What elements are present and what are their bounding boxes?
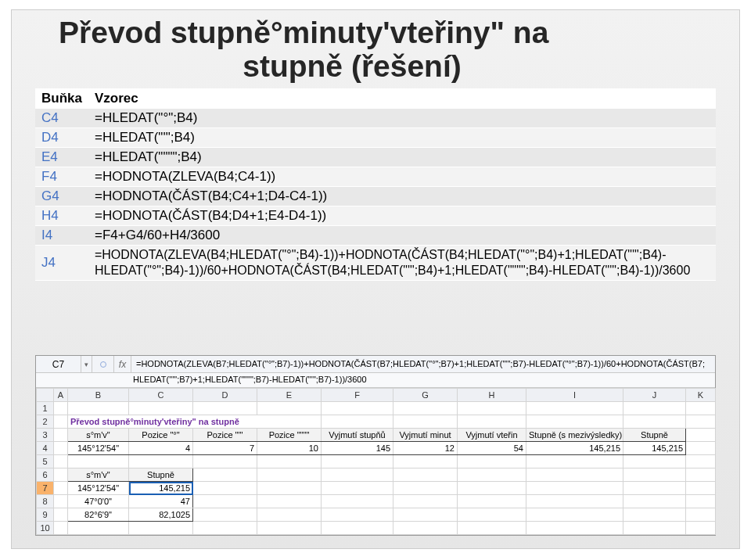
row-header[interactable]: 1 [37, 402, 54, 415]
row-header[interactable]: 10 [37, 522, 54, 535]
row-header[interactable]: 7 [37, 482, 54, 495]
col-header[interactable]: D [193, 389, 257, 402]
col-header[interactable]: E [257, 389, 322, 402]
slide-title: Převod stupně°minuty'vteřiny" na stupně … [12, 10, 739, 84]
col-header[interactable]: A [54, 389, 68, 402]
cell[interactable]: 82,1025 [129, 508, 193, 522]
table-row: 10 [37, 522, 716, 535]
slide: Převod stupně°minuty'vteřiny" na stupně … [11, 9, 740, 549]
col-header[interactable]: F [322, 389, 393, 402]
name-box-dropdown-icon[interactable]: ▾ [81, 356, 92, 372]
col-header[interactable]: I [526, 389, 623, 402]
def-formula: =HODNOTA(ČÁST(B4;C4+1;D4-C4-1)) [88, 186, 716, 206]
table-row: 3 s°m'v" Pozice "°" Pozice "'" Pozice ""… [37, 429, 716, 442]
table-row: 1 [37, 402, 716, 415]
def-cell: E4 [35, 147, 88, 167]
table-row: 7 145°12'54" 145,215 [37, 482, 716, 495]
cell[interactable]: 47 [129, 495, 193, 508]
def-cell: I4 [35, 225, 88, 245]
formula-bar[interactable]: =HODNOTA(ZLEVA(B7;HLEDAT("°";B7)-1))+HOD… [131, 356, 715, 372]
table-row: 6 s°m'v" Stupně [37, 468, 716, 482]
cell[interactable]: 7 [193, 442, 257, 455]
def-formula: =HLEDAT("°";B4) [88, 108, 716, 127]
hdr-cell: s°m'v" [68, 468, 129, 482]
cell[interactable]: 82°6'9" [68, 508, 129, 522]
hdr-cell: Stupně (s mezivýsledky) [526, 429, 623, 442]
col-headers: A B C D E F G H I J K [37, 389, 716, 402]
fx-label[interactable]: fx [114, 356, 131, 372]
def-formula: =HODNOTA(ČÁST(B4;D4+1;E4-D4-1)) [88, 206, 716, 225]
def-cell: D4 [35, 127, 88, 147]
hdr-cell: Pozice """" [257, 429, 322, 442]
def-cell: H4 [35, 206, 88, 225]
def-formula: =HODNOTA(ZLEVA(B4;C4-1)) [88, 167, 716, 186]
cell[interactable]: 47°0'0" [68, 495, 129, 508]
row-header[interactable]: 9 [37, 508, 54, 522]
def-cell: G4 [35, 186, 88, 206]
col-header[interactable]: B [68, 389, 129, 402]
sheet-title: Převod stupně°minuty'vteřiny" na stupně [68, 415, 322, 429]
cell[interactable]: 145,215 [526, 442, 623, 455]
cell[interactable]: 4 [129, 442, 193, 455]
hdr-cell: Pozice "°" [129, 429, 193, 442]
table-row: 8 47°0'0" 47 [37, 495, 716, 508]
def-formula: =HLEDAT("""";B4) [88, 147, 716, 167]
hdr-cell: Pozice "'" [193, 429, 257, 442]
table-row: 5 [37, 455, 716, 468]
def-cell: C4 [35, 108, 88, 127]
col-header[interactable]: C [129, 389, 193, 402]
title-line1: Převod stupně°minuty'vteřiny" na [59, 16, 548, 49]
spreadsheet-grid[interactable]: A B C D E F G H I J K 1 2 Převod stupně°… [36, 388, 716, 535]
defs-head-formula: Vzorec [88, 88, 716, 108]
row-header[interactable]: 6 [37, 468, 54, 482]
selected-cell[interactable]: 145,215 [129, 482, 193, 495]
col-header[interactable]: J [623, 389, 686, 402]
hdr-cell: Stupně [623, 429, 686, 442]
table-row: 4 145°12'54" 4 7 10 145 12 54 145,215 14… [37, 442, 716, 455]
def-formula: =HLEDAT("'";B4) [88, 127, 716, 147]
cell[interactable]: 54 [458, 442, 526, 455]
table-row: 9 82°6'9" 82,1025 [37, 508, 716, 522]
cell[interactable]: 145,215 [623, 442, 686, 455]
col-header[interactable]: K [686, 389, 716, 402]
def-cell: J4 [35, 245, 88, 280]
hdr-cell: Vyjmutí stupňů [322, 429, 393, 442]
hdr-cell: Vyjmutí vteřin [458, 429, 526, 442]
fx-button-icon[interactable] [92, 356, 114, 372]
cell[interactable]: 145°12'54" [68, 482, 129, 495]
def-formula: =HODNOTA(ZLEVA(B4;HLEDAT("°";B4)-1))+HOD… [88, 245, 716, 280]
cell[interactable]: 145 [322, 442, 393, 455]
cell[interactable]: 145°12'54" [68, 442, 129, 455]
hdr-cell: s°m'v" [68, 429, 129, 442]
cell[interactable]: 10 [257, 442, 322, 455]
hdr-cell: Vyjmutí minut [393, 429, 458, 442]
def-cell: F4 [35, 167, 88, 186]
row-header[interactable]: 5 [37, 455, 54, 468]
col-header[interactable]: H [458, 389, 526, 402]
table-row: 2 Převod stupně°minuty'vteřiny" na stupn… [37, 415, 716, 429]
spreadsheet-screenshot: C7 ▾ fx =HODNOTA(ZLEVA(B7;HLEDAT("°";B7)… [35, 355, 716, 536]
row-header[interactable]: 4 [37, 442, 54, 455]
name-box[interactable]: C7 [36, 356, 81, 372]
formula-bar-line2: HLEDAT("'";B7)+1;HLEDAT("""";B7)-HLEDAT(… [36, 373, 715, 388]
cell[interactable]: 12 [393, 442, 458, 455]
row-header[interactable]: 3 [37, 429, 54, 442]
hdr-cell: Stupně [129, 468, 193, 482]
definitions-table: Buňka Vzorec C4=HLEDAT("°";B4) D4=HLEDAT… [35, 88, 716, 281]
formula-bar-row: C7 ▾ fx =HODNOTA(ZLEVA(B7;HLEDAT("°";B7)… [36, 356, 715, 373]
def-formula: =F4+G4/60+H4/3600 [88, 225, 716, 245]
title-line2: stupně (řešení) [59, 50, 739, 84]
col-header[interactable]: G [393, 389, 458, 402]
row-header[interactable]: 8 [37, 495, 54, 508]
defs-head-cell: Buňka [35, 88, 88, 108]
row-header[interactable]: 2 [37, 415, 54, 429]
